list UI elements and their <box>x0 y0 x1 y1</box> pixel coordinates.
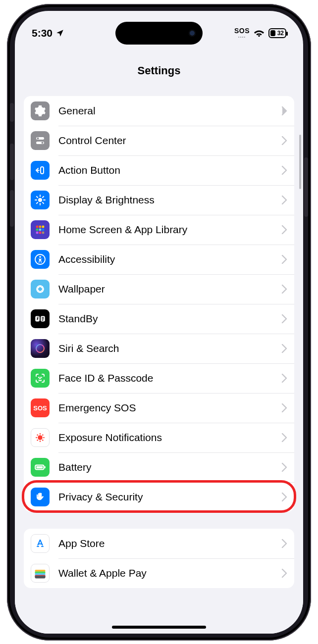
row-label: StandBy <box>58 313 281 325</box>
chevron-right-icon <box>281 433 287 442</box>
status-bar: 5:30 SOS •••• 32 <box>15 22 303 45</box>
screen: 5:30 SOS •••• 32 <box>15 11 303 634</box>
action-button-icon <box>31 161 50 180</box>
row-label: App Store <box>58 538 281 549</box>
svg-rect-45 <box>45 466 46 468</box>
svg-rect-29 <box>42 317 44 318</box>
svg-point-39 <box>37 434 38 436</box>
svg-rect-47 <box>41 546 44 547</box>
row-control-center[interactable]: Control Center <box>24 126 294 155</box>
svg-rect-8 <box>42 226 45 228</box>
svg-rect-4 <box>41 167 44 174</box>
volume-down-button <box>10 190 14 227</box>
chevron-right-icon <box>281 403 287 412</box>
settings-group-main: General Control Center <box>24 96 294 512</box>
home-indicator[interactable] <box>112 626 206 629</box>
row-exposure-notifications[interactable]: Exposure Notifications <box>24 423 294 452</box>
gear-icon <box>31 101 50 120</box>
svg-rect-11 <box>42 229 45 231</box>
settings-group-store: App Store Wallet & Apple Pay <box>24 529 294 588</box>
row-label: Wallet & Apple Pay <box>58 567 281 579</box>
row-app-store[interactable]: App Store <box>24 529 294 558</box>
svg-point-3 <box>42 142 44 144</box>
siri-icon <box>31 339 50 358</box>
mute-switch <box>10 103 14 122</box>
row-label: Emergency SOS <box>58 402 281 414</box>
chevron-right-icon <box>281 196 287 204</box>
svg-rect-13 <box>39 232 42 234</box>
row-display-brightness[interactable]: Display & Brightness <box>24 185 294 215</box>
row-siri-search[interactable]: Siri & Search <box>24 334 294 363</box>
phone-frame: 5:30 SOS •••• 32 <box>7 4 311 641</box>
chevron-right-icon <box>281 493 287 501</box>
battery-indicator: 32 <box>268 28 286 38</box>
chevron-right-icon <box>281 255 287 264</box>
svg-point-19 <box>39 291 41 293</box>
row-label: Control Center <box>58 135 281 147</box>
row-home-screen[interactable]: Home Screen & App Library <box>24 215 294 245</box>
page-title: Settings <box>138 64 181 77</box>
battery-percent: 32 <box>277 29 284 37</box>
svg-rect-7 <box>39 226 42 228</box>
wallet-icon <box>31 564 50 583</box>
location-icon <box>55 29 64 38</box>
row-wallpaper[interactable]: Wallpaper <box>24 274 294 304</box>
app-store-icon <box>31 534 50 553</box>
svg-rect-31 <box>42 320 43 320</box>
scroll-indicator <box>299 135 301 189</box>
svg-point-41 <box>37 440 38 441</box>
faceid-icon <box>31 369 50 388</box>
side-button <box>304 157 308 217</box>
chevron-right-icon <box>281 285 287 294</box>
row-faceid-passcode[interactable]: Face ID & Passcode <box>24 363 294 393</box>
svg-rect-30 <box>42 318 44 319</box>
standby-icon <box>31 309 50 328</box>
svg-point-22 <box>37 286 39 288</box>
row-label: Exposure Notifications <box>58 432 281 444</box>
exposure-icon <box>31 428 50 447</box>
chevron-right-icon <box>281 225 287 234</box>
volume-up-button <box>10 144 14 180</box>
row-label: Privacy & Security <box>58 491 281 503</box>
row-wallet-apple-pay[interactable]: Wallet & Apple Pay <box>24 558 294 588</box>
row-battery[interactable]: Battery <box>24 452 294 482</box>
settings-list[interactable]: General Control Center <box>15 85 303 634</box>
chevron-right-icon <box>281 314 287 323</box>
svg-rect-6 <box>36 226 39 228</box>
svg-point-37 <box>36 437 37 439</box>
row-accessibility[interactable]: Accessibility <box>24 245 294 274</box>
svg-point-5 <box>38 198 42 202</box>
svg-point-23 <box>41 286 43 288</box>
svg-rect-14 <box>42 232 45 234</box>
wallpaper-icon <box>31 280 50 298</box>
row-emergency-sos[interactable]: SOS Emergency SOS <box>24 393 294 423</box>
app-grid-icon <box>31 220 50 239</box>
svg-point-21 <box>42 288 44 290</box>
wifi-icon <box>254 28 265 39</box>
row-standby[interactable]: StandBy <box>24 304 294 334</box>
row-action-button[interactable]: Action Button <box>24 155 294 185</box>
status-time: 5:30 <box>32 27 53 39</box>
svg-point-20 <box>37 288 39 290</box>
chevron-right-icon <box>281 374 287 383</box>
row-general[interactable]: General <box>24 96 294 126</box>
svg-point-36 <box>40 441 41 442</box>
svg-point-35 <box>40 433 41 435</box>
row-label: Accessibility <box>58 253 281 265</box>
accessibility-icon <box>31 250 50 269</box>
row-privacy-security[interactable]: Privacy & Security <box>24 482 294 512</box>
row-label: General <box>58 105 281 117</box>
row-label: Wallpaper <box>58 283 281 295</box>
svg-rect-12 <box>36 232 39 234</box>
hand-icon <box>31 488 50 506</box>
svg-rect-9 <box>36 229 39 231</box>
chevron-right-icon <box>281 569 287 578</box>
svg-point-18 <box>39 286 41 288</box>
brightness-icon <box>31 191 50 209</box>
row-label: Siri & Search <box>58 343 281 354</box>
svg-point-40 <box>42 434 44 436</box>
svg-point-1 <box>37 138 39 140</box>
row-label: Action Button <box>58 164 281 176</box>
chevron-right-icon <box>281 344 287 353</box>
svg-point-42 <box>42 440 44 441</box>
